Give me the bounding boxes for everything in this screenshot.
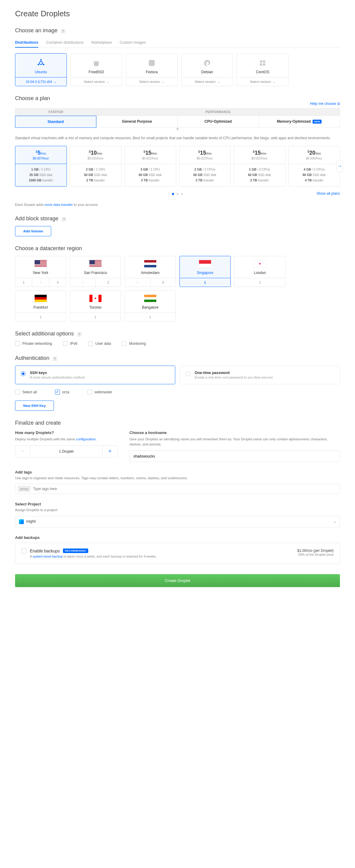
more-data-transfer-link[interactable]: more data transfer <box>44 203 73 207</box>
distro-version-select[interactable]: Select version⌄ <box>182 77 233 86</box>
page-title: Create Droplets <box>15 9 340 19</box>
dc-number[interactable]: 1 <box>235 278 285 287</box>
image-tab[interactable]: Distributions <box>15 38 38 48</box>
svg-point-2 <box>43 64 44 65</box>
help-icon[interactable]: ? <box>77 332 81 337</box>
tags-input-wrapper[interactable]: proxy <box>15 484 340 494</box>
image-tab[interactable]: Container distributions <box>46 38 83 48</box>
checkbox-icon <box>122 341 127 346</box>
datacenter-card[interactable]: New York123 <box>15 256 66 287</box>
ssh-key-checkbox[interactable]: orza <box>55 390 69 395</box>
radio-icon <box>186 371 190 376</box>
price-card[interactable]: $15/mo$0.022/hour1 GB / 3 CPUs60 GB SSD … <box>234 146 285 187</box>
distro-version-select[interactable]: Select version⌄ <box>237 77 288 86</box>
flag-icon <box>144 260 156 268</box>
ssh-key-checkbox[interactable]: webmaster <box>87 390 112 395</box>
add-volume-button[interactable]: Add Volume <box>15 226 51 236</box>
dc-name: New York <box>17 271 64 275</box>
distro-icon <box>92 59 101 67</box>
new-badge: NEW <box>313 120 322 124</box>
tag-chip[interactable]: proxy <box>18 486 31 492</box>
price-card[interactable]: $20/mo$0.030/hour4 GB / 2 CPUs80 GB SSD … <box>288 146 340 187</box>
dc-number[interactable]: 2 <box>96 278 121 287</box>
system-backup-link[interactable]: system-level backup <box>33 555 63 558</box>
dc-number[interactable]: 1 <box>125 313 176 321</box>
next-plans-arrow[interactable]: → <box>336 160 343 172</box>
enable-backups-checkbox[interactable] <box>22 549 26 553</box>
help-me-choose-link[interactable]: Help me choose ⧉ <box>310 101 340 106</box>
datacenter-card[interactable]: Bangalore1 <box>125 290 176 321</box>
auth-option[interactable]: SSH keysA more secure authentication met… <box>15 366 175 384</box>
plan-option[interactable]: Memory-OptimizedNEW <box>259 116 340 127</box>
dc-name: London <box>236 271 283 275</box>
option-checkbox[interactable]: Monitoring <box>122 341 146 346</box>
tags-text-input[interactable] <box>33 487 337 491</box>
datacenter-heading: Choose a datacenter region <box>15 245 340 252</box>
distro-version-select[interactable]: Select version⌄ <box>126 77 177 86</box>
dc-name: San Francisco <box>72 271 119 275</box>
help-icon[interactable]: ? <box>53 356 57 361</box>
create-droplet-button[interactable]: Create Droplet <box>15 574 340 587</box>
plan-option[interactable]: Standard <box>15 116 96 128</box>
price-card[interactable]: $5/mo$0.007/hour1 GB / 1 CPU25 GB SSD di… <box>15 146 67 187</box>
dc-number: 1 <box>70 278 96 287</box>
dc-name: Frankfurt <box>17 305 64 310</box>
flag-icon <box>199 260 211 268</box>
plan-cat-performance: PERFORMANCE <box>96 108 340 116</box>
configuration-link[interactable]: configuration <box>76 437 96 441</box>
hostname-input[interactable] <box>130 451 340 462</box>
datacenter-card[interactable]: ✦Toronto1 <box>70 290 121 321</box>
chevron-down-icon: ⌄ <box>333 520 336 523</box>
dc-number[interactable]: 1 <box>15 313 66 321</box>
dc-number[interactable]: 1 <box>70 313 121 321</box>
decrement-button[interactable]: − <box>15 446 30 457</box>
plan-option[interactable]: CPU-Optimized <box>178 116 259 127</box>
distro-icon <box>203 59 212 67</box>
price-card[interactable]: $10/mo$0.015/hour2 GB / 1 CPU50 GB SSD d… <box>70 146 122 187</box>
price-card[interactable]: $15/mo$0.022/hour2 GB / 2 CPUs60 GB SSD … <box>179 146 231 187</box>
auth-option[interactable]: One-time passwordEmails a one-time root … <box>180 366 340 384</box>
distro-version-select[interactable]: Select version⌄ <box>71 77 122 86</box>
option-checkbox[interactable]: IPv6 <box>63 341 77 346</box>
distro-icon <box>258 59 267 67</box>
image-tab[interactable]: Custom images <box>120 38 146 48</box>
new-ssh-key-button[interactable]: New SSH Key <box>15 401 54 411</box>
transfer-note: Each Droplet adds more data transfer to … <box>15 203 340 207</box>
checkbox-icon <box>15 341 20 346</box>
authentication-heading: Authentication ? <box>15 355 340 361</box>
backups-title: Enable backups <box>30 549 60 553</box>
datacenter-card[interactable]: Frankfurt1 <box>15 290 66 321</box>
image-tab[interactable]: Marketplace <box>91 38 112 48</box>
help-icon[interactable]: ? <box>61 29 65 33</box>
dc-number[interactable]: 1 <box>180 278 230 287</box>
increment-button[interactable]: + <box>103 446 117 457</box>
dc-number[interactable]: 3 <box>49 278 66 287</box>
plan-option[interactable]: General Purpose <box>96 116 178 127</box>
price-card[interactable]: $15/mo$0.022/hour3 GB / 1 CPU60 GB SSD d… <box>125 146 176 187</box>
distro-name: Ubuntu <box>18 70 64 74</box>
svg-rect-6 <box>260 60 262 63</box>
select-all-keys[interactable]: Select all <box>15 390 37 395</box>
distro-card[interactable]: FedoraSelect version⌄ <box>126 53 178 86</box>
distro-card[interactable]: Ubuntu18.04.3 (LTS) x64⌄ <box>15 53 67 86</box>
distro-card[interactable]: CentOSSelect version⌄ <box>237 53 288 86</box>
project-select[interactable]: mighil ⌄ <box>15 516 340 527</box>
dc-number: 2 <box>32 278 49 287</box>
distro-version-select[interactable]: 18.04.3 (LTS) x64⌄ <box>15 77 67 86</box>
option-checkbox[interactable]: User data <box>88 341 111 346</box>
dc-number[interactable]: 1 <box>15 278 32 287</box>
dc-number: 2 <box>125 278 150 287</box>
datacenter-card[interactable]: Singapore1 <box>179 256 230 287</box>
dc-name: Toronto <box>72 305 119 310</box>
dc-name: Singapore <box>182 271 228 275</box>
flag-icon <box>253 260 266 268</box>
datacenter-card[interactable]: Amsterdam23 <box>125 256 176 287</box>
option-checkbox[interactable]: Private networking <box>15 341 52 346</box>
distro-card[interactable]: DebianSelect version⌄ <box>181 53 233 86</box>
distro-card[interactable]: FreeBSDSelect version⌄ <box>70 53 122 86</box>
datacenter-card[interactable]: San Francisco12 <box>70 256 121 287</box>
help-icon[interactable]: ? <box>62 217 66 221</box>
hostname-heading: Choose a hostname <box>130 430 340 435</box>
dc-number[interactable]: 3 <box>150 278 176 287</box>
datacenter-card[interactable]: London1 <box>234 256 285 287</box>
